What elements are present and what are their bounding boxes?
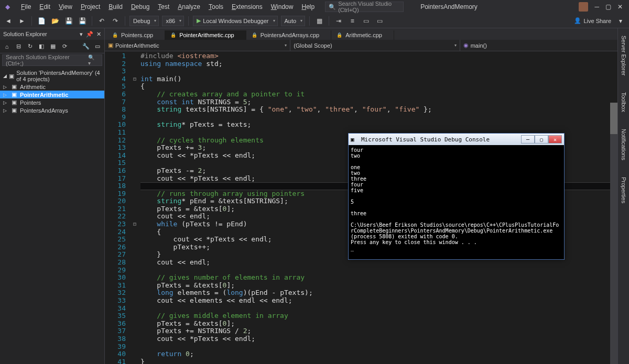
tab-pointersandarrays-cpp[interactable]: 🔒PointersAndArrays.cpp [246, 30, 332, 40]
menu-bar: ◆ FileEditViewProjectBuildDebugTestAnaly… [0, 0, 629, 14]
project-arithmetic[interactable]: ▷▣Arithmetic [0, 83, 104, 91]
play-icon: ▶ [197, 17, 201, 24]
project-icon: ▣ [10, 99, 18, 106]
app-title: PointersAndMemory [420, 3, 478, 10]
side-tab-notifications[interactable]: Notifications [620, 126, 628, 163]
panel-close-icon[interactable]: ✕ [96, 31, 101, 38]
menu-tools[interactable]: Tools [204, 1, 227, 13]
menu-analyze[interactable]: Analyze [173, 1, 204, 13]
solution-icon: ▣ [9, 73, 14, 80]
menu-test[interactable]: Test [154, 1, 173, 13]
toolbar-comment-icon[interactable]: ▭ [361, 16, 371, 26]
auto-combo[interactable]: Auto [281, 16, 306, 26]
console-icon: ▣ [351, 136, 358, 143]
toolbar-icon[interactable]: ▦ [314, 16, 324, 26]
solution-platform-combo[interactable]: x86 [162, 16, 184, 26]
navbar-function[interactable]: ◉main() [460, 40, 629, 51]
menu-project[interactable]: Project [77, 1, 104, 13]
save-icon[interactable]: 💾 [63, 16, 74, 26]
preview-icon[interactable]: ▭ [93, 42, 102, 51]
console-maximize-button[interactable]: ▢ [535, 135, 548, 144]
dropdown-icon[interactable]: ▾ [80, 31, 83, 38]
solution-explorer-header: Solution Explorer ▾ 📌 ✕ [0, 28, 104, 40]
minimize-button[interactable]: ─ [594, 3, 599, 10]
undo-icon[interactable]: ↶ [96, 16, 107, 26]
live-share-button[interactable]: 👤 Live Share [574, 17, 611, 24]
lock-icon: 🔒 [337, 32, 342, 38]
solution-tree: ◢▣ Solution 'PointersAndMemory' (4 of 4 … [0, 67, 104, 364]
menu-file[interactable]: File [17, 1, 35, 13]
open-icon[interactable]: 📂 [50, 16, 60, 26]
document-tabs: 🔒Pointers.cpp🔒PointerArithmetic.cpp🔒Poin… [105, 28, 629, 40]
main-toolbar: ◄ ► 📄 📂 💾 💾 ↶ ↷ Debug x86 ▶ Local Window… [0, 14, 629, 28]
scrollbar-thumb[interactable] [610, 103, 617, 134]
side-tab-server-explorer[interactable]: Server Explorer [620, 32, 628, 79]
console-titlebar[interactable]: ▣ Microsoft Visual Studio Debug Console … [349, 134, 564, 145]
toolbar-step-icon[interactable]: ⇥ [333, 16, 344, 26]
live-share-icon: 👤 [574, 17, 581, 24]
nav-forward-icon[interactable]: ► [17, 16, 27, 26]
start-debugging-button[interactable]: ▶ Local Windows Debugger [193, 16, 277, 26]
project-pointerarithmetic[interactable]: ▷▣PointerArithmetic [0, 91, 104, 98]
sync-icon[interactable]: ↻ [25, 42, 35, 51]
pin-icon[interactable]: 📌 [86, 31, 93, 38]
tab-pointers-cpp[interactable]: 🔒Pointers.cpp [107, 30, 165, 40]
lock-icon: 🔒 [252, 32, 257, 38]
console-output: four two one two three four five 5 three… [349, 145, 564, 253]
menu-debug[interactable]: Debug [127, 1, 154, 13]
console-close-button[interactable]: ✕ [548, 135, 562, 144]
save-all-icon[interactable]: 💾 [77, 16, 88, 26]
search-placeholder: Search Visual Studio (Ctrl+Q) [338, 1, 400, 13]
nav-back-icon[interactable]: ◄ [3, 16, 14, 26]
refresh-icon[interactable]: ⟳ [60, 42, 69, 51]
menu-extensions[interactable]: Extensions [227, 1, 267, 13]
vs-logo-icon: ◆ [2, 2, 13, 12]
quick-launch-search[interactable]: 🔍 Search Visual Studio (Ctrl+Q) [325, 2, 404, 12]
toolbar-uncomment-icon[interactable]: ▭ [374, 16, 385, 26]
project-icon: ▣ [10, 83, 18, 90]
solution-explorer-toolbar: ⌂ ⊟ ↻ ◧ ▦ ⟳ 🔧 ▭ [0, 40, 104, 53]
navigation-bar: ▣PointerArithmetic (Global Scope) ◉main(… [105, 40, 629, 51]
vertical-scrollbar[interactable] [610, 103, 617, 364]
side-tab-toolbox[interactable]: Toolbox [620, 89, 628, 115]
collapse-icon[interactable]: ⊟ [14, 42, 23, 51]
pending-icon[interactable]: ◧ [37, 42, 46, 51]
function-icon: ◉ [463, 42, 469, 49]
feedback-icon[interactable]: ▾ [615, 16, 626, 26]
search-icon: 🔍 [329, 4, 336, 10]
toolbar-align-icon[interactable]: ≡ [347, 16, 357, 26]
menu-edit[interactable]: Edit [35, 1, 55, 13]
project-pointersandarrays[interactable]: ▷▣PointersAndArrays [0, 106, 104, 114]
navbar-project[interactable]: ▣PointerArithmetic [105, 40, 290, 51]
tab-pointerarithmetic-cpp[interactable]: 🔒PointerArithmetic.cpp [165, 30, 246, 40]
solution-node[interactable]: ◢▣ Solution 'PointersAndMemory' (4 of 4 … [0, 69, 104, 83]
lock-icon: 🔒 [112, 32, 118, 38]
properties-icon[interactable]: 🔧 [81, 42, 91, 51]
new-project-icon[interactable]: 📄 [36, 16, 47, 26]
menu-window[interactable]: Window [267, 1, 298, 13]
project-pointers[interactable]: ▷▣Pointers [0, 98, 104, 106]
solution-explorer-search[interactable]: Search Solution Explorer (Ctrl+;) 🔍 ▾ [2, 54, 102, 66]
console-title: Microsoft Visual Studio Debug Console [361, 136, 490, 143]
debug-console-window[interactable]: ▣ Microsoft Visual Studio Debug Console … [348, 133, 565, 260]
side-tab-properties[interactable]: Properties [620, 174, 628, 206]
menu-view[interactable]: View [55, 1, 77, 13]
solution-config-combo[interactable]: Debug [129, 16, 159, 26]
solution-explorer-title: Solution Explorer [3, 31, 47, 37]
user-avatar-icon[interactable] [579, 2, 588, 12]
project-icon: ▣ [10, 107, 18, 114]
project-icon: ▣ [10, 91, 18, 98]
home-icon[interactable]: ⌂ [2, 42, 12, 51]
redo-icon[interactable]: ↷ [110, 16, 121, 26]
project-icon: ▣ [108, 42, 113, 49]
tab-arithmetic-cpp[interactable]: 🔒Arithmetic.cpp [331, 30, 394, 40]
menu-build[interactable]: Build [104, 1, 127, 13]
maximize-button[interactable]: ▢ [605, 3, 611, 10]
show-all-icon[interactable]: ▦ [48, 42, 58, 51]
console-minimize-button[interactable]: ─ [521, 135, 535, 144]
close-button[interactable]: ✕ [617, 3, 623, 10]
lock-icon: 🔒 [170, 32, 176, 38]
search-dropdown-icon: 🔍 ▾ [88, 54, 99, 66]
navbar-scope[interactable]: (Global Scope) [290, 40, 460, 51]
menu-help[interactable]: Help [297, 1, 319, 13]
